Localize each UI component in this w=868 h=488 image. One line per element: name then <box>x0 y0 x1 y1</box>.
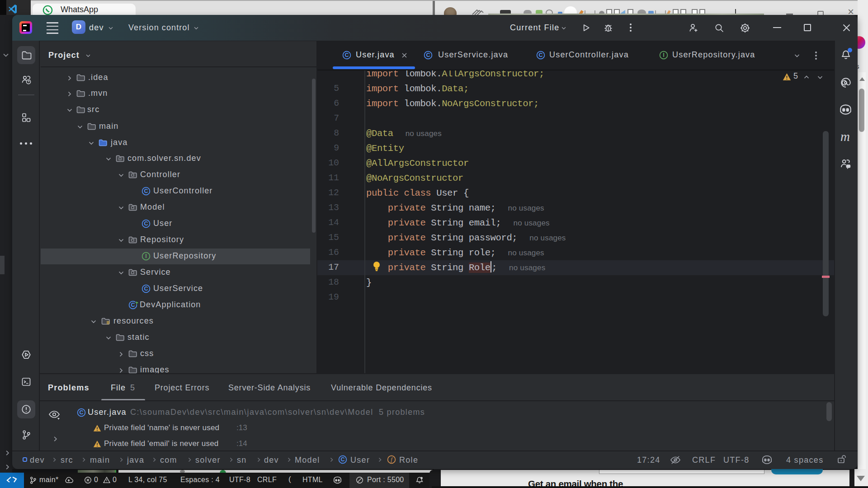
svg-text:C: C <box>344 52 349 58</box>
svg-text:C: C <box>144 188 148 194</box>
svg-text:C: C <box>340 456 344 463</box>
svg-text:C: C <box>144 286 148 292</box>
svg-text:C: C <box>131 302 135 308</box>
svg-text:C: C <box>538 52 542 58</box>
svg-text:f: f <box>391 456 393 463</box>
svg-text:C: C <box>79 409 83 416</box>
svg-text:I: I <box>145 253 146 259</box>
svg-text:C: C <box>426 52 430 58</box>
svg-text:C: C <box>144 221 148 227</box>
svg-text:I: I <box>663 52 664 58</box>
